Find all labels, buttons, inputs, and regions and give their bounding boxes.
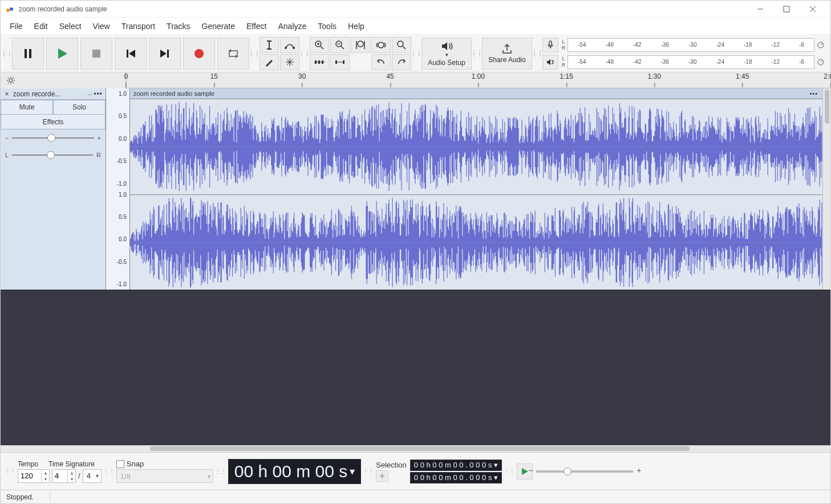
- grip-icon[interactable]: ⋮⋮⋮⋮: [474, 38, 480, 69]
- share-audio-button[interactable]: Share Audio: [482, 38, 532, 70]
- track-close-icon[interactable]: ×: [3, 90, 11, 98]
- menu-analyze[interactable]: Analyze: [273, 19, 313, 33]
- stop-button[interactable]: [80, 38, 112, 70]
- solo-button[interactable]: Solo: [53, 100, 106, 115]
- timeline-settings-icon[interactable]: [6, 76, 15, 85]
- menu-select[interactable]: Select: [54, 19, 87, 33]
- pause-button[interactable]: [12, 38, 44, 70]
- mic-icon[interactable]: [542, 38, 558, 52]
- svg-marker-54: [522, 468, 528, 475]
- zoom-out-icon[interactable]: [330, 37, 350, 53]
- selection-tool-icon[interactable]: [260, 37, 279, 53]
- skip-end-button[interactable]: [149, 38, 181, 70]
- fit-selection-icon[interactable]: [351, 37, 370, 53]
- minimize-button[interactable]: [747, 1, 773, 18]
- menu-file[interactable]: File: [4, 19, 29, 33]
- fit-project-icon[interactable]: [371, 37, 391, 53]
- skip-start-button[interactable]: [115, 38, 147, 70]
- snap-label: Snap: [127, 460, 144, 468]
- svg-rect-6: [25, 49, 27, 58]
- playback-meter[interactable]: -54-48-42-36-30-24-18-12-6: [567, 55, 814, 69]
- svg-rect-43: [343, 60, 344, 64]
- track-collapse-icon[interactable]: ︿: [87, 90, 93, 98]
- zoom-in-icon[interactable]: [310, 37, 329, 53]
- svg-line-49: [821, 43, 822, 45]
- menu-tools[interactable]: Tools: [312, 19, 342, 33]
- grip-icon[interactable]: ⋮⋮⋮⋮: [252, 38, 257, 69]
- grip-icon[interactable]: ⋮⋮: [106, 456, 112, 487]
- record-button[interactable]: [183, 38, 215, 70]
- mute-button[interactable]: Mute: [1, 100, 53, 115]
- grip-icon[interactable]: ⋮⋮⋮⋮: [534, 38, 540, 69]
- menu-tracks[interactable]: Tracks: [161, 19, 196, 33]
- grip-icon[interactable]: ⋮⋮⋮⋮: [302, 38, 307, 69]
- play-button[interactable]: [46, 38, 78, 70]
- envelope-tool-icon[interactable]: [280, 37, 299, 53]
- timesig-num-input[interactable]: ▴▾: [52, 469, 76, 483]
- menu-edit[interactable]: Edit: [29, 19, 54, 33]
- clip-menu-icon[interactable]: •••: [809, 90, 818, 97]
- selection-end[interactable]: 0 0 h 0 0 m 0 0 . 0 0 0 s▾: [410, 472, 502, 483]
- selection-start[interactable]: 0 0 h 0 0 m 0 0 . 0 0 0 s▾: [410, 460, 502, 471]
- trim-icon[interactable]: [310, 54, 329, 70]
- grip-icon[interactable]: ⋮⋮: [218, 456, 224, 487]
- audio-setup-button[interactable]: ▾ Audio Setup: [421, 38, 472, 70]
- app-icon: [5, 5, 14, 14]
- svg-rect-7: [29, 49, 31, 58]
- menu-generate[interactable]: Generate: [196, 19, 241, 33]
- meter-cap-icon: [814, 55, 827, 69]
- gain-slider[interactable]: − +: [1, 129, 106, 147]
- svg-line-26: [321, 46, 323, 49]
- grip-icon[interactable]: ⋮⋮: [366, 456, 371, 487]
- tempo-label: Tempo: [18, 460, 38, 468]
- effects-button[interactable]: Effects: [1, 115, 106, 129]
- snap-checkbox[interactable]: [116, 460, 124, 468]
- menu-help[interactable]: Help: [342, 19, 370, 33]
- snap-value-select[interactable]: 1/8: [116, 469, 213, 483]
- svg-point-20: [293, 47, 295, 49]
- selection-settings-icon[interactable]: [376, 470, 388, 482]
- vertical-scrollbar[interactable]: [822, 88, 830, 290]
- undo-icon[interactable]: [371, 54, 391, 70]
- multi-tool-icon[interactable]: [280, 54, 299, 70]
- svg-point-1: [10, 7, 13, 11]
- close-button[interactable]: [800, 1, 826, 18]
- time-position[interactable]: 00 h 00 m 00 s▾: [228, 459, 361, 484]
- track-menu-icon[interactable]: •••: [93, 90, 103, 98]
- grip-icon[interactable]: ⋮⋮: [7, 456, 13, 487]
- draw-tool-icon[interactable]: [260, 54, 279, 70]
- menu-transport[interactable]: Transport: [116, 19, 161, 33]
- horizontal-scrollbar[interactable]: [1, 445, 830, 452]
- tempo-input[interactable]: ▴▾: [18, 469, 50, 483]
- toolbar: ⋮⋮⋮⋮ ⋮⋮⋮⋮ ⋮⋮⋮⋮ ⋮⋮⋮⋮: [1, 35, 830, 72]
- speaker-icon[interactable]: [542, 55, 558, 70]
- timesig-den-select[interactable]: 4: [83, 469, 102, 483]
- svg-line-37: [403, 46, 406, 49]
- pan-slider[interactable]: L R: [1, 147, 106, 164]
- svg-marker-8: [58, 48, 67, 59]
- maximize-button[interactable]: [773, 1, 800, 18]
- svg-rect-13: [167, 50, 169, 58]
- menu-view[interactable]: View: [87, 19, 116, 33]
- menu-effect[interactable]: Effect: [241, 19, 273, 33]
- grip-icon[interactable]: ⋮⋮: [506, 456, 512, 487]
- svg-marker-12: [160, 50, 167, 58]
- timesig-label: Time Signature: [48, 460, 95, 468]
- recording-meter[interactable]: -54-48-42-36-30-24-18-12-6: [567, 38, 814, 52]
- empty-track-area[interactable]: [1, 290, 830, 452]
- svg-point-14: [194, 49, 204, 58]
- waveform-left[interactable]: [130, 99, 822, 194]
- grip-icon[interactable]: ⋮⋮⋮⋮: [4, 38, 10, 69]
- timeline-ruler[interactable]: 01530451:001:151:301:452:00: [126, 72, 830, 88]
- waveform-right[interactable]: [130, 194, 822, 290]
- silence-icon[interactable]: [330, 54, 350, 70]
- track-name[interactable]: zoom recorde...: [11, 90, 87, 98]
- loop-button[interactable]: [217, 38, 249, 70]
- svg-point-35: [378, 42, 384, 48]
- zoom-toggle-icon[interactable]: [392, 37, 411, 53]
- redo-icon[interactable]: [392, 54, 411, 70]
- grip-icon[interactable]: ⋮⋮⋮⋮: [414, 38, 419, 69]
- clip-title[interactable]: zoom recorded audio sample •••: [130, 88, 822, 99]
- svg-rect-9: [92, 50, 100, 58]
- playback-speed-slider[interactable]: [536, 470, 633, 473]
